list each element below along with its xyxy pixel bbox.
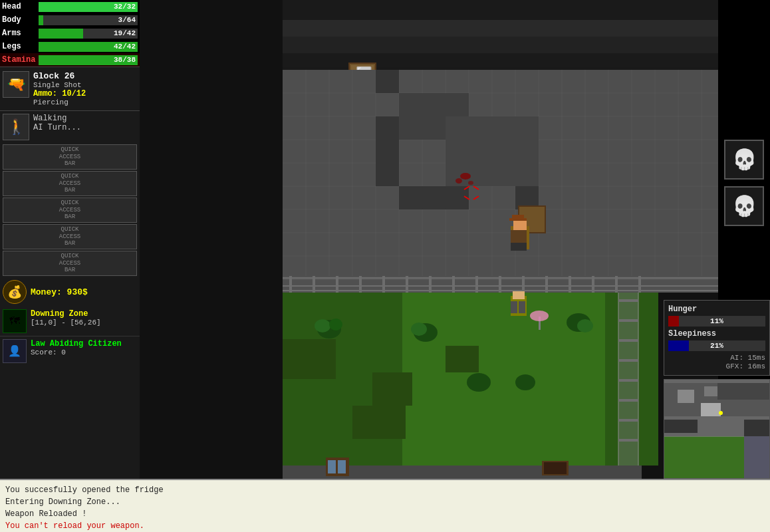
law-score: Score: 0 — [31, 348, 122, 356]
svg-rect-56 — [519, 230, 527, 243]
svg-rect-4 — [283, 37, 718, 53]
arms-bar-row: Arms 19/42 — [0, 27, 140, 40]
svg-rect-40 — [376, 70, 399, 93]
game-area[interactable]: ⬜ — [140, 0, 718, 479]
sleepiness-bar-fill — [668, 340, 689, 351]
char-area: 🚶 Walking AI Turn... — [0, 110, 140, 143]
hunger-bar-fill — [668, 316, 679, 327]
svg-rect-119 — [544, 462, 567, 474]
minimap-svg — [664, 380, 770, 479]
svg-rect-117 — [338, 460, 346, 473]
quick-access-bar-4[interactable]: QUICKACCESSBAR — [3, 224, 137, 249]
minimap — [664, 379, 770, 479]
arms-label: Arms — [2, 29, 37, 38]
svg-point-92 — [411, 323, 427, 336]
svg-rect-78 — [592, 276, 594, 293]
svg-point-47 — [455, 178, 462, 184]
svg-rect-116 — [328, 460, 336, 473]
hunger-row: Hunger — [668, 305, 765, 314]
quick-access-bar-3[interactable]: QUICKACCESSBAR — [3, 198, 137, 223]
svg-rect-109 — [618, 359, 638, 362]
zone-info: Downing Zone [11,0] - [56,26] — [31, 309, 101, 327]
head-val: 32/32 — [114, 2, 136, 12]
svg-point-96 — [515, 374, 535, 390]
sleepiness-bar: 21% — [668, 340, 765, 351]
svg-rect-44 — [399, 186, 469, 209]
svg-rect-57 — [511, 243, 519, 251]
zone-name: Downing Zone — [31, 309, 101, 319]
quick-access-bar-1[interactable]: QUICKACCESSBAR — [3, 144, 137, 170]
arms-bar-bg: 19/42 — [39, 29, 138, 39]
head-bar-bg: 32/32 — [39, 2, 138, 12]
svg-rect-129 — [704, 386, 717, 396]
legs-label: Legs — [2, 42, 37, 51]
arms-val: 19/42 — [114, 29, 136, 39]
game-map: ⬜ — [140, 0, 718, 479]
svg-rect-112 — [618, 419, 638, 422]
zone-area: 🗺 Downing Zone [11,0] - [56,26] — [0, 307, 140, 336]
law-status: Law Abiding Citizen — [31, 339, 122, 348]
svg-rect-130 — [701, 403, 721, 416]
health-bars: Head 32/32 Body 3/64 Arms 19/42 Legs — [0, 0, 140, 66]
legs-bar-row: Legs 42/42 — [0, 40, 140, 53]
stamina-bar-row: Stamina 38/38 — [0, 53, 140, 66]
svg-rect-66 — [313, 276, 315, 293]
svg-point-90 — [329, 319, 342, 331]
quick-access-bar-5[interactable]: QUICKACCESSBAR — [3, 251, 137, 276]
weapon-info: Glock 26 Single Shot Ammo: 10/12 Piercin… — [33, 71, 137, 106]
svg-rect-71 — [429, 276, 432, 293]
money-area: 💰 Money: 930$ — [0, 277, 140, 307]
svg-rect-67 — [336, 276, 338, 293]
skull-button-2[interactable]: 💀 — [724, 186, 764, 226]
legs-bar-bg: 42/42 — [39, 42, 138, 52]
svg-rect-75 — [522, 276, 525, 293]
svg-rect-74 — [499, 276, 501, 293]
weapon-ammo: Ammo: 10/12 — [33, 89, 137, 98]
stats-panel: Hunger 11% Sleepiness 21% AI: 15ms GFX: … — [664, 300, 770, 376]
law-info: Law Abiding Citizen Score: 0 — [31, 339, 122, 356]
walk-icon: 🚶 — [7, 118, 25, 136]
weapon-name: Glock 26 — [33, 71, 137, 81]
char-icon: 🚶 — [3, 114, 29, 140]
svg-rect-100 — [519, 301, 525, 313]
quick-access-bar-2[interactable]: QUICKACCESSBAR — [3, 171, 137, 196]
svg-rect-127 — [744, 436, 770, 479]
body-bar-bg: 3/64 — [39, 15, 138, 25]
svg-rect-85 — [372, 372, 412, 406]
hunger-bar: 11% — [668, 316, 765, 327]
sleepiness-val: 21% — [710, 340, 723, 351]
svg-rect-58 — [519, 243, 527, 251]
skull-button-1[interactable]: 💀 — [724, 140, 764, 180]
svg-rect-87 — [352, 406, 406, 439]
svg-point-89 — [315, 319, 330, 332]
svg-rect-69 — [382, 276, 385, 293]
hunger-val: 11% — [710, 316, 723, 327]
svg-rect-125 — [664, 416, 770, 420]
sleepiness-row: Sleepiness — [668, 329, 765, 338]
svg-rect-72 — [452, 276, 455, 293]
body-val: 3/64 — [118, 15, 136, 25]
svg-rect-70 — [406, 276, 408, 293]
message-line-1: You succesfully opened the fridge — [5, 484, 765, 496]
body-bar-fill — [39, 15, 43, 25]
svg-rect-111 — [618, 399, 638, 402]
svg-rect-55 — [511, 230, 519, 243]
arms-bar-fill — [39, 29, 83, 39]
hunger-label: Hunger — [668, 305, 697, 314]
weapon-area: 🔫 Glock 26 Single Shot Ammo: 10/12 Pierc… — [0, 66, 140, 110]
svg-rect-3 — [283, 20, 718, 37]
svg-rect-54 — [513, 219, 527, 230]
svg-rect-77 — [569, 276, 571, 293]
money-icon: 💰 — [3, 280, 27, 304]
svg-rect-80 — [638, 276, 641, 293]
svg-rect-99 — [511, 301, 517, 313]
law-icon: 👤 — [3, 339, 27, 363]
skull-icon-2: 💀 — [732, 194, 757, 219]
svg-point-132 — [719, 411, 723, 415]
svg-point-94 — [577, 319, 593, 332]
gfx-timing: GFX: 16ms — [668, 362, 765, 370]
svg-rect-68 — [359, 276, 362, 293]
svg-rect-5 — [283, 53, 718, 70]
char-ai-turn: AI Turn... — [33, 123, 81, 132]
svg-rect-76 — [545, 276, 548, 293]
